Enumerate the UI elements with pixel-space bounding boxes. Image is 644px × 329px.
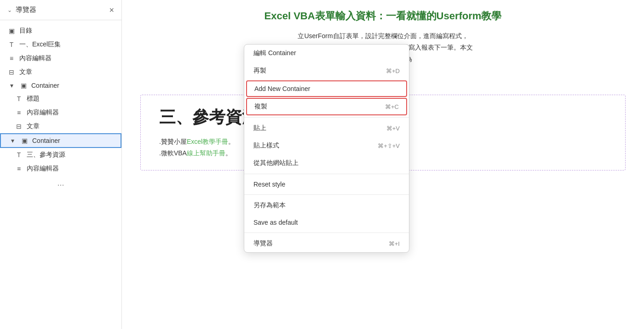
intro-line1: 立UserForm自訂表單，設計完整欄位介面，進而編寫程式， [298,32,468,40]
sidebar-item-label: 內容編輯器 [27,164,114,173]
sidebar-item-label: 一、Excel巨集 [19,40,114,49]
context-menu: 編輯 Container 再製 ⌘+D Add New Container 複製… [244,44,409,253]
menu-item-label: 另存為範本 [253,201,286,210]
sidebar-item-label: Container [32,137,113,144]
excel-handbook-link[interactable]: Excel教學手冊 [187,138,228,145]
menu-item-shortcut: ⌘+C [385,103,399,110]
menu-item-save-as-default[interactable]: Save as default [244,214,409,231]
menu-divider-4 [244,233,409,233]
editor-icon: ≡ [7,55,16,62]
menu-item-paste[interactable]: 貼上 ⌘+V [244,119,409,137]
bookmark-icon: ▣ [7,27,16,34]
sidebar-item-article2[interactable]: ⊟ 文章 [0,119,121,133]
container-icon: ▣ [19,82,28,89]
menu-item-label: 貼上樣式 [253,142,279,150]
menu-item-label: 導覽器 [253,239,273,248]
menu-item-navigator[interactable]: 導覽器 ⌘+I [244,235,409,252]
menu-item-label: 再製 [253,67,266,75]
menu-item-paste-style[interactable]: 貼上樣式 ⌘+⇧+V [244,137,409,154]
menu-item-label: Reset style [253,181,285,188]
sidebar-item-article[interactable]: ⊟ 文章 [0,65,121,79]
sidebar-close-button[interactable]: × [109,6,114,14]
sidebar: ⌄ 導覽器 × ▣ 目錄 T 一、Excel巨集 ≡ 內容編輯器 ⊟ 文章 ▾ … [0,0,122,329]
text-icon: T [7,41,16,48]
sidebar-item-label: 內容編輯器 [19,54,114,62]
expand-icon: ▾ [8,137,17,144]
editor-icon: ≡ [15,165,23,172]
sidebar-item-container2[interactable]: ▾ ▣ Container [0,133,121,148]
menu-item-reset-style[interactable]: Reset style [244,176,409,193]
text-icon: T [15,95,23,102]
menu-divider-1 [244,117,409,118]
menu-divider-2 [244,174,409,174]
menu-item-save-as-template[interactable]: 另存為範本 [244,197,409,214]
editor-icon: ≡ [15,109,23,116]
container-icon: ▣ [20,137,29,144]
sidebar-item-heading2[interactable]: T 標題 [0,92,121,106]
sidebar-collapse-icon[interactable]: ⌄ [7,7,12,13]
menu-item-label: Save as default [253,219,298,226]
article-icon: ⊟ [15,123,23,130]
menu-item-duplicate[interactable]: 再製 ⌘+D [244,62,409,79]
sidebar-item-label: 三、參考資源 [27,151,114,159]
sidebar-item-label: 標題 [27,95,114,103]
sidebar-list: ▣ 目錄 T 一、Excel巨集 ≡ 內容編輯器 ⊟ 文章 ▾ ▣ Contai… [0,20,121,329]
sidebar-item-editor1[interactable]: ≡ 內容編輯器 [0,51,121,65]
menu-item-shortcut: ⌘+D [386,68,400,74]
sidebar-item-bookmark[interactable]: ▣ 目錄 [0,24,121,38]
menu-item-label: 複製 [254,102,267,111]
sidebar-item-label: 目錄 [19,27,114,35]
menu-item-label: 編輯 Container [253,49,296,57]
sidebar-item-label: 文章 [19,68,114,76]
sidebar-more-button[interactable]: ... [0,176,121,191]
sidebar-item-label: 內容編輯器 [27,108,114,117]
sidebar-item-label: Container [31,82,114,89]
menu-item-label: 貼上 [253,124,266,132]
menu-item-label: Add New Container [254,85,310,92]
menu-item-copy[interactable]: 複製 ⌘+C [246,98,407,115]
expand-icon: ▾ [7,82,16,89]
menu-item-shortcut: ⌘+⇧+V [378,142,400,149]
sidebar-header-left: ⌄ 導覽器 [7,6,36,14]
menu-divider-3 [244,194,409,195]
menu-item-paste-from-other[interactable]: 從其他網站貼上 [244,154,409,172]
main-content: Excel VBA表單輸入資料：一看就懂的Userform教學 立UserFor… [122,0,644,329]
sidebar-item-editor2[interactable]: ≡ 內容編輯器 [0,106,121,119]
menu-item-label: 從其他網站貼上 [253,159,299,167]
sidebar-item-heading3[interactable]: T 三、參考資源 [0,148,121,162]
sidebar-item-label: 文章 [27,122,114,130]
article-icon: ⊟ [7,68,16,76]
text-icon: T [15,151,23,159]
sidebar-item-heading1[interactable]: T 一、Excel巨集 [0,38,121,51]
sidebar-item-editor3[interactable]: ≡ 內容編輯器 [0,162,121,176]
menu-item-add-new-container[interactable]: Add New Container [246,80,407,97]
vba-help-link[interactable]: 線上幫助手冊 [187,149,225,157]
sidebar-header: ⌄ 導覽器 × [0,0,121,20]
sidebar-title: 導覽器 [16,6,36,14]
menu-item-shortcut: ⌘+V [386,125,400,132]
menu-item-shortcut: ⌘+I [389,240,400,247]
sidebar-item-container1[interactable]: ▾ ▣ Container [0,79,121,92]
page-title: Excel VBA表單輸入資料：一看就懂的Userform教學 [140,9,626,23]
menu-item-edit-container[interactable]: 編輯 Container [244,45,409,62]
